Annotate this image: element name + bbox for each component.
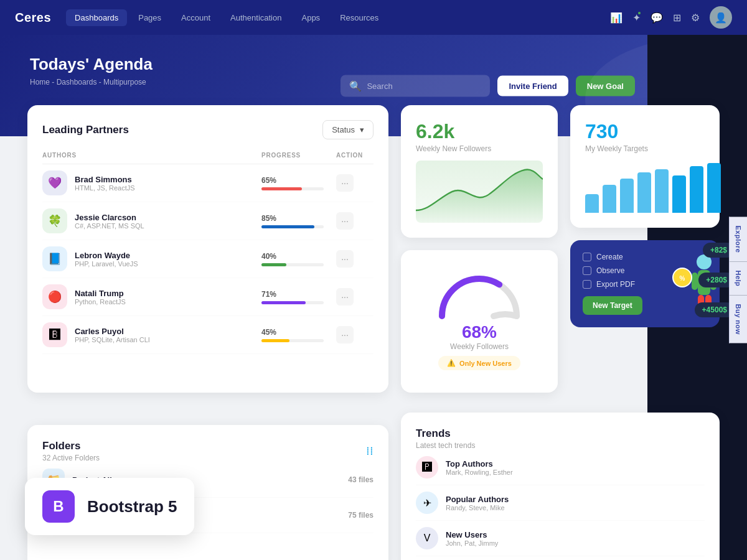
targets-card: 730 My Weekly Targets bbox=[570, 105, 720, 228]
action-dots-button[interactable]: ··· bbox=[336, 288, 354, 306]
partner-name: Brad Simmons bbox=[75, 175, 135, 184]
nav-link-authentication[interactable]: Authentication bbox=[222, 9, 290, 26]
table-row: 📘 Lebron Wayde PHP, Laravel, VueJS 40% ·… bbox=[42, 240, 374, 278]
progress-bar-bg bbox=[261, 339, 324, 342]
nav-link-resources[interactable]: Resources bbox=[331, 9, 387, 26]
leading-partners-card: Leading Partners Status ▾ AUTHORS PROGRE… bbox=[27, 105, 388, 393]
middle-panel: 6.2k Weekly New Followers bbox=[401, 105, 558, 393]
trends-card: Trends Latest tech trends 🅿 Top Authors … bbox=[401, 413, 720, 560]
table-row: 🅱 Carles Puyol PHP, SQLite, Artisan CLI … bbox=[42, 316, 374, 354]
user-avatar[interactable]: 👤 bbox=[710, 6, 732, 29]
partner-avatar: 📘 bbox=[42, 246, 67, 271]
list-item: 🅿 Top Authors Mark, Rowling, Esther bbox=[416, 450, 705, 485]
partner-info: 🅱 Carles Puyol PHP, SQLite, Artisan CLI bbox=[42, 322, 261, 347]
svg-text:%: % bbox=[680, 275, 685, 282]
progress-percent: 71% bbox=[261, 290, 336, 299]
new-goal-button[interactable]: New Goal bbox=[576, 75, 635, 96]
col-action: ACTION bbox=[336, 152, 374, 159]
status-dropdown[interactable]: Status ▾ bbox=[322, 120, 374, 139]
invite-friend-button[interactable]: Invite Friend bbox=[497, 75, 568, 96]
progress-container: 40% bbox=[261, 252, 336, 266]
action-dots-button[interactable]: ··· bbox=[336, 326, 354, 343]
partner-info: 🍀 Jessie Clarcson C#, ASP.NET, MS SQL bbox=[42, 208, 261, 233]
new-target-button[interactable]: New Target bbox=[583, 296, 642, 315]
trend-sub: Randy, Steve, Mike bbox=[446, 504, 509, 511]
gauge-label: Weekly Followers bbox=[450, 342, 509, 351]
table-row: 🍀 Jessie Clarcson C#, ASP.NET, MS SQL 85… bbox=[42, 202, 374, 240]
followers-label: Weekly New Followers bbox=[416, 144, 543, 153]
search-icon: 🔍 bbox=[349, 80, 362, 91]
folders-dots-icon[interactable]: ⁞⁞ bbox=[366, 444, 374, 458]
partner-avatar: 🅱 bbox=[42, 322, 67, 347]
brand-logo: Ceres bbox=[15, 11, 51, 25]
progress-bar bbox=[261, 263, 286, 266]
sparkle-icon[interactable]: ✦ bbox=[632, 12, 641, 24]
trends-subtitle: Latest tech trends bbox=[416, 441, 705, 450]
progress-percent: 45% bbox=[261, 328, 336, 337]
partner-skills: C#, ASP.NET, MS SQL bbox=[75, 222, 144, 230]
trends-title: Trends bbox=[416, 427, 705, 440]
option-label: Export PDF bbox=[596, 280, 635, 289]
settings-icon[interactable]: ⚙ bbox=[691, 12, 700, 24]
trend-name: Top Authors bbox=[446, 459, 513, 469]
progress-bar bbox=[261, 187, 302, 190]
bar-column bbox=[655, 169, 669, 213]
navbar: Ceres Dashboards Pages Account Authentic… bbox=[0, 0, 747, 35]
nav-link-apps[interactable]: Apps bbox=[293, 9, 329, 26]
list-item: ✈ Popular Authors Randy, Steve, Mike bbox=[416, 485, 705, 521]
partner-name: Jessie Clarcson bbox=[75, 213, 144, 222]
action-dots-button[interactable]: ··· bbox=[336, 250, 354, 268]
checkbox-icon bbox=[583, 266, 591, 275]
nav-link-pages[interactable]: Pages bbox=[129, 9, 170, 26]
page-title: Todays' Agenda bbox=[30, 55, 717, 74]
action-dots-button[interactable]: ··· bbox=[336, 212, 354, 230]
search-input[interactable] bbox=[367, 81, 481, 90]
action-dots-button[interactable]: ··· bbox=[336, 174, 354, 192]
partner-info: 🔴 Natali Trump Python, ReactJS bbox=[42, 284, 261, 309]
progress-bar-bg bbox=[261, 301, 324, 304]
bar bbox=[620, 179, 634, 213]
partner-skills: Python, ReactJS bbox=[75, 298, 126, 306]
partner-skills: PHP, SQLite, Artisan CLI bbox=[75, 336, 150, 343]
trend-sub: John, Pat, Jimmy bbox=[446, 539, 498, 547]
partner-name: Natali Trump bbox=[75, 289, 126, 298]
progress-bar bbox=[261, 225, 314, 228]
folder-files-count: 43 files bbox=[348, 475, 374, 484]
partners-table-header: AUTHORS PROGRESS ACTION bbox=[42, 147, 374, 164]
trend-icon: V bbox=[416, 527, 438, 549]
bar-column bbox=[690, 166, 703, 213]
bar-column bbox=[585, 194, 599, 213]
partner-avatar: 💜 bbox=[42, 170, 67, 195]
bar bbox=[672, 175, 686, 213]
only-new-users-badge: ⚠️ Only New Users bbox=[438, 356, 520, 370]
trend-sub: Mark, Rowling, Esther bbox=[446, 469, 513, 476]
list-item: V New Users John, Pat, Jimmy bbox=[416, 521, 705, 556]
gauge-container: 68% Weekly Followers ⚠️ Only New Users bbox=[416, 265, 543, 378]
side-tab-buy[interactable]: Buy now bbox=[729, 295, 747, 343]
option-label: Cereate bbox=[596, 253, 623, 261]
nav-link-account[interactable]: Account bbox=[172, 9, 219, 26]
bar bbox=[585, 194, 599, 213]
nav-link-dashboards[interactable]: Dashboards bbox=[66, 9, 127, 26]
option-label: Observe bbox=[596, 266, 624, 275]
chart-icon[interactable]: 📊 bbox=[610, 12, 622, 24]
progress-percent: 40% bbox=[261, 252, 336, 261]
side-tab-help[interactable]: Help bbox=[729, 261, 747, 295]
progress-percent: 85% bbox=[261, 214, 336, 223]
progress-bar-bg bbox=[261, 187, 324, 190]
table-row: 🔴 Natali Trump Python, ReactJS 71% ··· bbox=[42, 278, 374, 316]
chevron-down-icon: ▾ bbox=[360, 125, 364, 134]
gauge-svg bbox=[436, 273, 523, 322]
search-box[interactable]: 🔍 bbox=[341, 75, 490, 96]
bar bbox=[690, 166, 703, 213]
progress-container: 45% bbox=[261, 328, 336, 342]
grid-icon[interactable]: ⊞ bbox=[673, 12, 681, 24]
message-icon[interactable]: 💬 bbox=[651, 12, 663, 24]
side-tab-explore[interactable]: Explore bbox=[729, 217, 747, 261]
bar-column bbox=[603, 185, 616, 213]
col-authors: AUTHORS bbox=[42, 152, 261, 159]
warning-icon: ⚠️ bbox=[447, 359, 456, 367]
gauge-value: 68% bbox=[462, 322, 497, 342]
partner-info: 📘 Lebron Wayde PHP, Laravel, VueJS bbox=[42, 246, 261, 271]
progress-container: 71% bbox=[261, 290, 336, 304]
